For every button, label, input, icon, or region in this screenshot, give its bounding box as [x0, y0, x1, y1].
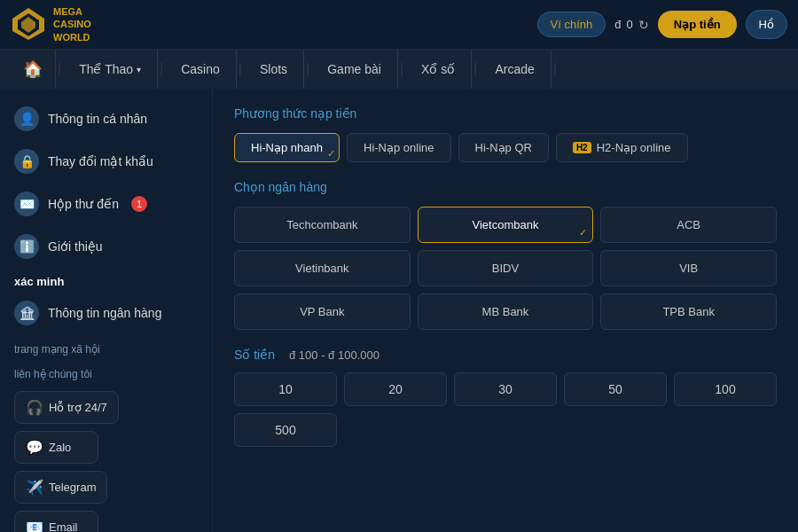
h2-badge: H2 — [573, 142, 591, 153]
bank-mb-bank[interactable]: MB Bank — [418, 293, 594, 330]
nav-slots[interactable]: Slots — [244, 50, 304, 89]
tab-hi-nap-online[interactable]: Hi-Nạp online — [347, 133, 451, 162]
sidebar: 👤 Thông tin cá nhân 🔒 Thay đổi mật khẩu … — [0, 89, 213, 532]
tab-hi-nap-qr[interactable]: Hi-Nạp QR — [458, 133, 549, 162]
refresh-icon[interactable]: ↻ — [638, 18, 649, 32]
content-area: 👤 Thông tin cá nhân 🔒 Thay đổi mật khẩu … — [0, 89, 798, 532]
bank-tpb-bank[interactable]: TPB Bank — [600, 293, 777, 330]
nav-home[interactable]: 🏠 — [11, 50, 56, 89]
bank-bidv[interactable]: BIDV — [418, 250, 594, 286]
sidebar-item-bank[interactable]: 🏦 Thông tin ngân hàng — [0, 292, 212, 334]
bank-vib[interactable]: VIB — [600, 250, 777, 286]
social-links: 🎧 Hỗ trợ 24/7 💬 Zalo ✈️ Telegram 📧 Email — [0, 384, 212, 532]
amount-100[interactable]: 100 — [674, 372, 777, 406]
balance-value: 0 — [627, 18, 633, 31]
logo-text: MEGA CASINO WORLD — [53, 5, 91, 43]
zalo-icon: 💬 — [26, 439, 43, 456]
logo: MEGA CASINO WORLD — [11, 5, 91, 43]
sidebar-item-inbox[interactable]: ✉️ Hộp thư đến 1 — [0, 183, 212, 225]
tab-hi-nap-nhanh[interactable]: Hi-Nạp nhanh — [234, 133, 340, 162]
currency-symbol: đ — [614, 18, 621, 31]
xac-minh-title: xác minh — [0, 268, 212, 292]
ho-button[interactable]: Hồ — [746, 10, 787, 39]
amount-20[interactable]: 20 — [344, 372, 447, 406]
bank-section-title: Chọn ngân hàng — [234, 180, 777, 194]
telegram-button[interactable]: ✈️ Telegram — [14, 471, 107, 504]
nav-the-thao[interactable]: Thể Thao ▾ — [63, 50, 158, 89]
amount-grid-row1: 10 20 30 50 100 — [234, 372, 777, 406]
telegram-icon: ✈️ — [26, 479, 43, 496]
sidebar-item-intro[interactable]: ℹ️ Giới thiệu — [0, 225, 212, 268]
profile-icon: 👤 — [14, 106, 39, 131]
contact-label: Liên hệ chúng tôi — [0, 359, 212, 384]
ho-tro-button[interactable]: 🎧 Hỗ trợ 24/7 — [14, 391, 119, 424]
amount-title: Số tiền — [234, 348, 275, 362]
amount-30[interactable]: 30 — [454, 372, 557, 406]
lock-icon: 🔒 — [14, 149, 39, 174]
amount-range: đ 100 - đ 100.000 — [289, 348, 379, 362]
logo-icon — [11, 6, 46, 42]
bank-techcombank[interactable]: Techcombank — [234, 207, 411, 243]
sidebar-item-password[interactable]: 🔒 Thay đổi mật khẩu — [0, 140, 212, 183]
amount-grid-row2: 500 — [234, 413, 777, 447]
top-bar: MEGA CASINO WORLD Ví chính đ 0 ↻ Nạp tiề… — [0, 0, 798, 50]
balance-area: đ 0 ↻ — [614, 18, 648, 32]
main-content: Phương thức nạp tiền Hi-Nạp nhanh Hi-Nạp… — [213, 89, 798, 532]
social-section-label: Trang mạng xã hội — [0, 334, 212, 359]
vi-chinh-button[interactable]: Ví chính — [537, 12, 606, 37]
bank-vietinbank[interactable]: Vietinbank — [234, 250, 411, 286]
top-bar-right: Ví chính đ 0 ↻ Nạp tiền Hồ — [537, 10, 787, 39]
nav-casino[interactable]: Casino — [165, 50, 237, 89]
headset-icon: 🎧 — [26, 399, 43, 416]
amount-50[interactable]: 50 — [564, 372, 667, 406]
bank-icon: 🏦 — [14, 301, 39, 325]
bank-grid: Techcombank Vietcombank ACB Vietinbank B… — [234, 207, 777, 330]
bank-acb[interactable]: ACB — [600, 207, 777, 243]
inbox-badge: 1 — [131, 196, 147, 212]
chevron-down-icon: ▾ — [137, 65, 141, 74]
amount-500[interactable]: 500 — [234, 413, 337, 447]
nap-tien-button[interactable]: Nạp tiền — [658, 11, 737, 38]
payment-method-title: Phương thức nạp tiền — [234, 106, 777, 121]
email-icon: 📧 — [26, 519, 43, 532]
payment-tabs: Hi-Nạp nhanh Hi-Nạp online Hi-Nạp QR H2 … — [234, 133, 777, 162]
mail-icon: ✉️ — [14, 192, 39, 216]
amount-header: Số tiền đ 100 - đ 100.000 — [234, 348, 777, 362]
zalo-button[interactable]: 💬 Zalo — [14, 431, 98, 464]
bank-vietcombank[interactable]: Vietcombank — [418, 207, 594, 243]
nav-game-bai[interactable]: Game bài — [311, 50, 398, 89]
amount-10[interactable]: 10 — [234, 372, 337, 406]
tab-h2-nap-online[interactable]: H2 H2-Nạp online — [556, 133, 688, 162]
main-nav: 🏠 | Thể Thao ▾ | Casino | Slots | Game b… — [0, 50, 798, 89]
bank-vp-bank[interactable]: VP Bank — [234, 293, 411, 330]
info-icon: ℹ️ — [14, 234, 39, 259]
email-button[interactable]: 📧 Email — [14, 511, 98, 532]
nav-xo-so[interactable]: Xổ số — [405, 50, 472, 89]
sidebar-item-profile[interactable]: 👤 Thông tin cá nhân — [0, 98, 212, 140]
nav-arcade[interactable]: Arcade — [479, 50, 551, 89]
